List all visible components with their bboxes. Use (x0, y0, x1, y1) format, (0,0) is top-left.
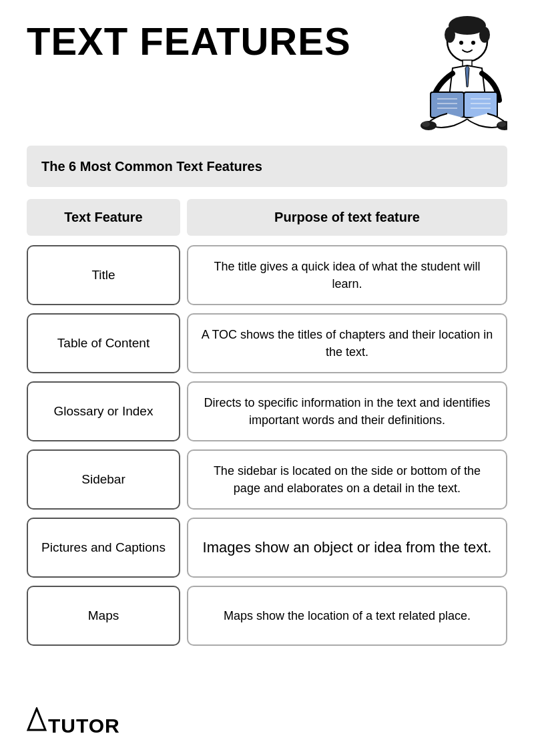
purpose-sidebar: The sidebar is located on the side or bo… (187, 449, 507, 510)
feature-toc: Table of Content (27, 313, 180, 373)
footer-logo: TUTOR (27, 707, 120, 737)
svg-marker-20 (28, 709, 45, 730)
svg-rect-8 (464, 92, 497, 118)
purpose-toc: A TOC shows the titles of chapters and t… (187, 313, 507, 373)
svg-point-3 (479, 27, 490, 43)
svg-point-18 (422, 122, 430, 127)
column-purpose-header: Purpose of text feature (187, 199, 507, 236)
feature-title: Title (27, 245, 180, 305)
purpose-glossary: Directs to specific information in the t… (187, 381, 507, 441)
purpose-title: The title gives a quick idea of what the… (187, 245, 507, 305)
table-row: Pictures and Captions Images show an obj… (27, 518, 507, 578)
subtitle-banner: The 6 Most Common Text Features (27, 146, 507, 187)
svg-point-4 (459, 41, 463, 45)
feature-sidebar: Sidebar (27, 449, 180, 510)
page-header: TEXT FEATURES (27, 20, 507, 134)
table-row: Maps Maps show the location of a text re… (27, 586, 507, 646)
table-row: Sidebar The sidebar is located on the si… (27, 449, 507, 510)
purpose-maps: Maps show the location of a text related… (187, 586, 507, 646)
footer: TUTOR (27, 707, 120, 737)
svg-point-5 (471, 41, 475, 45)
table-row: Title The title gives a quick idea of wh… (27, 245, 507, 305)
purpose-pictures: Images show an object or idea from the t… (187, 518, 507, 578)
feature-pictures: Pictures and Captions (27, 518, 180, 578)
page-wrapper: TEXT FEATURES (0, 0, 534, 756)
svg-point-2 (445, 27, 455, 43)
feature-maps: Maps (27, 586, 180, 646)
svg-point-19 (498, 122, 506, 127)
main-title: TEXT FEATURES (27, 20, 400, 63)
feature-glossary: Glossary or Index (27, 381, 180, 441)
table-row: Glossary or Index Directs to specific in… (27, 381, 507, 441)
table-header: Text Feature Purpose of text feature (27, 199, 507, 236)
character-illustration (400, 13, 507, 134)
table-rows: Title The title gives a quick idea of wh… (27, 245, 507, 646)
column-feature-header: Text Feature (27, 199, 180, 236)
table-row: Table of Content A TOC shows the titles … (27, 313, 507, 373)
